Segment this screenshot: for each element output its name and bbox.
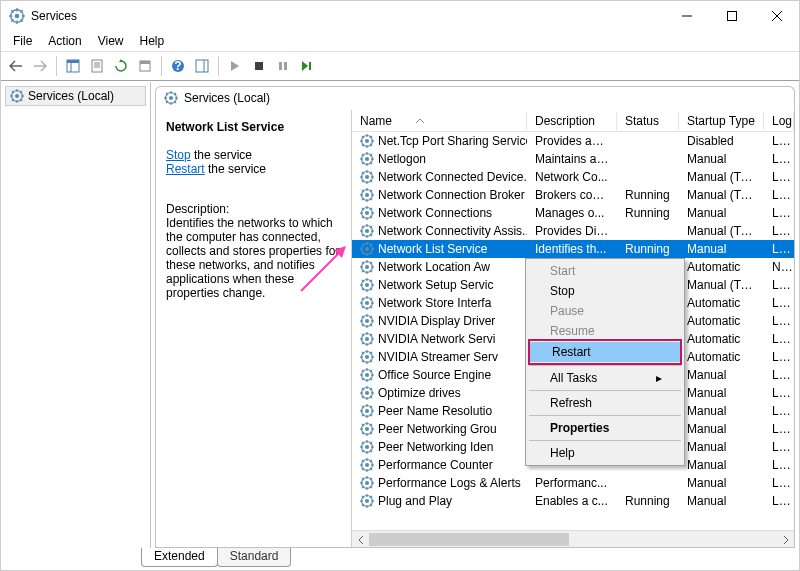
cell-description: Enables a c... bbox=[527, 494, 617, 508]
col-status[interactable]: Status bbox=[617, 112, 679, 130]
svg-rect-28 bbox=[279, 62, 282, 70]
action-pane-button[interactable] bbox=[191, 55, 213, 77]
cell-logon: Loc bbox=[764, 152, 794, 166]
start-service-button[interactable] bbox=[224, 55, 246, 77]
col-description[interactable]: Description bbox=[527, 112, 617, 130]
table-row[interactable]: NetlogonMaintains a ...ManualLoc bbox=[352, 150, 794, 168]
cell-description: Maintains a ... bbox=[527, 152, 617, 166]
stop-link[interactable]: Stop bbox=[166, 148, 191, 162]
cell-name: NVIDIA Streamer Serv bbox=[378, 350, 498, 364]
scroll-thumb[interactable] bbox=[369, 533, 569, 546]
table-row[interactable]: Performance Logs & AlertsPerformanc...Ma… bbox=[352, 474, 794, 492]
cell-name: Network Location Aw bbox=[378, 260, 490, 274]
table-row[interactable]: Net.Tcp Port Sharing ServiceProvides abi… bbox=[352, 132, 794, 150]
cell-startup: Manual bbox=[679, 242, 764, 256]
cell-description: Provides abi... bbox=[527, 134, 617, 148]
ctx-refresh[interactable]: Refresh bbox=[528, 393, 682, 413]
cell-name: Optimize drives bbox=[378, 386, 461, 400]
cell-logon: Loc bbox=[764, 422, 794, 436]
col-logon[interactable]: Log bbox=[764, 112, 794, 130]
cell-name: Office Source Engine bbox=[378, 368, 491, 382]
pause-service-button[interactable] bbox=[272, 55, 294, 77]
ctx-resume: Resume bbox=[528, 321, 682, 341]
tree-node-services-local[interactable]: Services (Local) bbox=[5, 86, 146, 106]
gear-icon bbox=[360, 458, 374, 472]
cell-logon: Loc bbox=[764, 242, 794, 256]
menu-action[interactable]: Action bbox=[40, 32, 89, 50]
maximize-button[interactable] bbox=[709, 1, 754, 31]
cell-name: Network Setup Servic bbox=[378, 278, 493, 292]
cell-name: Peer Name Resolutio bbox=[378, 404, 492, 418]
cell-logon: Loc bbox=[764, 368, 794, 382]
table-row[interactable]: Network Connection BrokerBrokers con...R… bbox=[352, 186, 794, 204]
cell-name: Performance Counter bbox=[378, 458, 493, 472]
scroll-right-icon[interactable] bbox=[777, 531, 794, 547]
cell-logon: Loc bbox=[764, 134, 794, 148]
gear-icon bbox=[360, 170, 374, 184]
restart-service-button[interactable] bbox=[296, 55, 318, 77]
ctx-restart[interactable]: Restart bbox=[530, 342, 680, 362]
tab-extended[interactable]: Extended bbox=[141, 548, 218, 567]
back-button[interactable] bbox=[5, 55, 27, 77]
menu-help[interactable]: Help bbox=[132, 32, 173, 50]
table-row[interactable]: Network List ServiceIdentifies th...Runn… bbox=[352, 240, 794, 258]
menu-file[interactable]: File bbox=[5, 32, 40, 50]
gear-icon bbox=[360, 422, 374, 436]
ctx-pause: Pause bbox=[528, 301, 682, 321]
cell-logon: Loc bbox=[764, 404, 794, 418]
ctx-properties[interactable]: Properties bbox=[528, 418, 682, 438]
col-startup[interactable]: Startup Type bbox=[679, 112, 764, 130]
cell-logon: Loc bbox=[764, 296, 794, 310]
scroll-left-icon[interactable] bbox=[352, 531, 369, 547]
horizontal-scrollbar[interactable] bbox=[352, 530, 794, 547]
cell-startup: Manual bbox=[679, 152, 764, 166]
gear-icon bbox=[360, 386, 374, 400]
cell-logon: Loc bbox=[764, 350, 794, 364]
refresh-button[interactable] bbox=[110, 55, 132, 77]
tab-standard[interactable]: Standard bbox=[217, 548, 292, 567]
cell-logon: Loc bbox=[764, 440, 794, 454]
cell-logon: Loc bbox=[764, 170, 794, 184]
svg-rect-30 bbox=[309, 62, 311, 70]
help-button[interactable]: ? bbox=[167, 55, 189, 77]
cell-startup: Manual bbox=[679, 422, 764, 436]
chevron-right-icon: ▸ bbox=[656, 371, 662, 385]
gear-icon bbox=[360, 440, 374, 454]
table-row[interactable]: Network Connectivity Assis...Provides Di… bbox=[352, 222, 794, 240]
ctx-stop[interactable]: Stop bbox=[528, 281, 682, 301]
svg-rect-11 bbox=[727, 12, 736, 21]
table-row[interactable]: Network Connected Device...Network Co...… bbox=[352, 168, 794, 186]
show-hide-tree-button[interactable] bbox=[62, 55, 84, 77]
gear-icon bbox=[360, 368, 374, 382]
table-row[interactable]: Network ConnectionsManages o...RunningMa… bbox=[352, 204, 794, 222]
export-list-button[interactable] bbox=[86, 55, 108, 77]
cell-name: NVIDIA Display Driver bbox=[378, 314, 495, 328]
cell-startup: Automatic bbox=[679, 314, 764, 328]
properties-button[interactable] bbox=[134, 55, 156, 77]
cell-startup: Manual (Trig... bbox=[679, 278, 764, 292]
minimize-button[interactable] bbox=[664, 1, 709, 31]
cell-logon: Loc bbox=[764, 458, 794, 472]
cell-description: Brokers con... bbox=[527, 188, 617, 202]
gear-icon bbox=[360, 350, 374, 364]
col-name[interactable]: Name bbox=[352, 112, 527, 130]
cell-startup: Manual bbox=[679, 494, 764, 508]
cell-startup: Manual bbox=[679, 386, 764, 400]
cell-startup: Disabled bbox=[679, 134, 764, 148]
cell-name: Network Connection Broker bbox=[378, 188, 525, 202]
menu-bar: File Action View Help bbox=[1, 31, 799, 51]
cell-startup: Manual bbox=[679, 440, 764, 454]
forward-button[interactable] bbox=[29, 55, 51, 77]
cell-startup: Automatic bbox=[679, 350, 764, 364]
title-bar: Services bbox=[1, 1, 799, 31]
ctx-help[interactable]: Help bbox=[528, 443, 682, 463]
stop-service-button[interactable] bbox=[248, 55, 270, 77]
table-row[interactable]: Plug and PlayEnables a c...RunningManual… bbox=[352, 492, 794, 510]
menu-view[interactable]: View bbox=[90, 32, 132, 50]
cell-name: Plug and Play bbox=[378, 494, 452, 508]
close-button[interactable] bbox=[754, 1, 799, 31]
cell-name: Network Connections bbox=[378, 206, 492, 220]
svg-rect-29 bbox=[284, 62, 287, 70]
restart-link[interactable]: Restart bbox=[166, 162, 205, 176]
ctx-all-tasks[interactable]: All Tasks▸ bbox=[528, 368, 682, 388]
